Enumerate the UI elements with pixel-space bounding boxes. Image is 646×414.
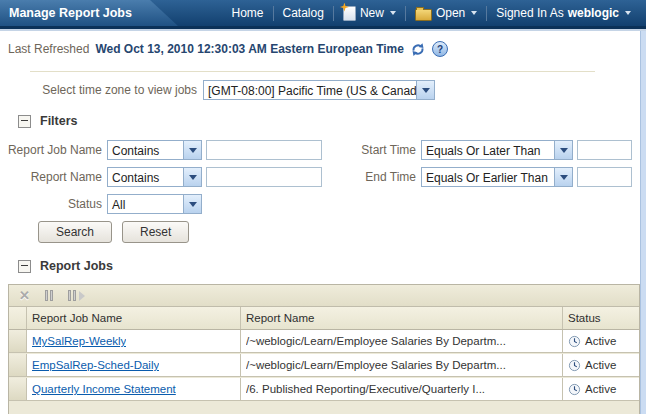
selector-column-header bbox=[9, 307, 27, 329]
column-header-report-name[interactable]: Report Name bbox=[241, 307, 563, 329]
report-name-cell: /6. Published Reporting/Executive/Quarte… bbox=[246, 383, 485, 395]
report-jobs-section-header: Report Jobs bbox=[18, 259, 646, 273]
end-time-label: End Time bbox=[324, 170, 416, 184]
status-value: All bbox=[108, 195, 183, 213]
nav-catalog-label: Catalog bbox=[283, 6, 324, 20]
operator-value: Equals Or Later Than bbox=[422, 141, 554, 159]
status-badge: Active bbox=[585, 359, 616, 371]
sparkle-icon bbox=[340, 3, 349, 12]
clock-icon bbox=[568, 383, 581, 396]
pause-icon[interactable] bbox=[45, 290, 53, 301]
topbar-edge-light bbox=[0, 29, 646, 31]
row-selector[interactable] bbox=[9, 354, 27, 376]
signed-in-as-label: Signed In As bbox=[496, 6, 563, 20]
status-select[interactable]: All bbox=[107, 194, 202, 214]
filters-form: Report Job Name Contains Start Time Equa… bbox=[0, 140, 646, 214]
table-header-row: Report Job Name Report Name Status bbox=[9, 307, 639, 330]
nav-catalog[interactable]: Catalog bbox=[274, 6, 333, 20]
status-label: Status bbox=[0, 197, 102, 211]
timezone-row: Select time zone to view jobs [GMT-08:00… bbox=[0, 80, 646, 100]
report-name-input[interactable] bbox=[206, 167, 322, 187]
operator-value: Contains bbox=[108, 141, 183, 159]
nav-new-menu[interactable]: New bbox=[334, 6, 405, 21]
filters-title: Filters bbox=[40, 114, 78, 128]
chevron-down-icon[interactable] bbox=[416, 81, 434, 99]
table-footer-strip bbox=[9, 402, 639, 414]
nav-open-menu[interactable]: Open bbox=[406, 6, 486, 21]
table-row: EmpSalRep-Sched-Daily /~weblogic/Learn/E… bbox=[9, 354, 639, 377]
report-job-link[interactable]: Quarterly Income Statement bbox=[32, 383, 176, 395]
nav-new-label: New bbox=[360, 6, 384, 20]
table-row: Quarterly Income Statement /6. Published… bbox=[9, 378, 639, 401]
start-time-operator-select[interactable]: Equals Or Later Than bbox=[421, 140, 573, 160]
last-refreshed-label: Last Refreshed bbox=[8, 42, 89, 56]
report-job-name-operator-select[interactable]: Contains bbox=[107, 140, 202, 160]
report-jobs-title: Report Jobs bbox=[40, 259, 113, 273]
filter-row-2: Report Name Contains End Time Equals Or … bbox=[0, 167, 646, 187]
report-name-operator-select[interactable]: Contains bbox=[107, 167, 202, 187]
timezone-selected-value: [GMT-08:00] Pacific Time (US & Canada) bbox=[204, 81, 416, 99]
report-name-label: Report Name bbox=[0, 170, 102, 184]
timezone-select[interactable]: [GMT-08:00] Pacific Time (US & Canada) bbox=[203, 80, 435, 100]
nav-open-label: Open bbox=[436, 6, 465, 20]
open-folder-icon bbox=[415, 9, 432, 21]
resume-icon[interactable] bbox=[68, 290, 85, 301]
collapse-minus-icon[interactable] bbox=[18, 260, 31, 273]
new-document-icon bbox=[343, 6, 356, 21]
row-selector[interactable] bbox=[9, 330, 27, 352]
operator-value: Contains bbox=[108, 168, 183, 186]
status-badge: Active bbox=[585, 335, 616, 347]
page-tab: Manage Report Jobs bbox=[0, 0, 178, 26]
page-title: Manage Report Jobs bbox=[9, 6, 132, 20]
vertical-scrollbar[interactable] bbox=[640, 31, 646, 414]
global-nav: Home Catalog New Open Signed In As weblo… bbox=[223, 0, 646, 26]
collapse-minus-icon[interactable] bbox=[18, 115, 31, 128]
delete-x-icon[interactable]: ✕ bbox=[19, 289, 30, 302]
operator-value: Equals Or Earlier Than bbox=[422, 168, 554, 186]
reset-button[interactable]: Reset bbox=[122, 221, 189, 243]
report-name-cell: /~weblogic/Learn/Employee Salaries By De… bbox=[246, 359, 506, 371]
signed-in-username: weblogic bbox=[568, 6, 619, 20]
report-name-cell: /~weblogic/Learn/Employee Salaries By De… bbox=[246, 335, 506, 347]
signed-in-menu[interactable]: Signed In As weblogic bbox=[487, 6, 640, 20]
filter-row-1: Report Job Name Contains Start Time Equa… bbox=[0, 140, 646, 160]
status-badge: Active bbox=[585, 383, 616, 395]
nav-home[interactable]: Home bbox=[223, 6, 273, 20]
end-time-operator-select[interactable]: Equals Or Earlier Than bbox=[421, 167, 573, 187]
report-jobs-table: ✕ Report Job Name Report Name Status MyS… bbox=[8, 284, 640, 414]
start-time-label: Start Time bbox=[324, 143, 416, 157]
table-toolbar: ✕ bbox=[9, 285, 639, 307]
table-row: MySalRep-Weekly /~weblogic/Learn/Employe… bbox=[9, 330, 639, 353]
chevron-down-icon bbox=[625, 11, 631, 15]
chevron-down-icon[interactable] bbox=[183, 195, 201, 213]
column-header-status[interactable]: Status bbox=[563, 307, 639, 329]
chevron-down-icon[interactable] bbox=[183, 141, 201, 159]
top-navigation-bar: Manage Report Jobs Home Catalog New Open… bbox=[0, 0, 646, 26]
chevron-down-icon[interactable] bbox=[183, 168, 201, 186]
report-job-name-input[interactable] bbox=[206, 140, 322, 160]
start-time-input[interactable] bbox=[577, 140, 632, 160]
end-time-input[interactable] bbox=[577, 167, 632, 187]
search-button[interactable]: Search bbox=[38, 221, 112, 243]
chevron-down-icon[interactable] bbox=[554, 168, 572, 186]
chevron-down-icon bbox=[390, 11, 396, 15]
refresh-icon[interactable] bbox=[410, 42, 426, 57]
filters-section-header: Filters bbox=[18, 114, 646, 128]
filter-buttons: Search Reset bbox=[38, 221, 646, 243]
chevron-down-icon bbox=[471, 11, 477, 15]
filter-row-3: Status All bbox=[0, 194, 646, 214]
panel-top-rule bbox=[30, 71, 595, 72]
last-refreshed-bar: Last Refreshed Wed Oct 13, 2010 12:30:03… bbox=[8, 41, 646, 57]
timezone-label: Select time zone to view jobs bbox=[0, 83, 197, 97]
report-job-link[interactable]: MySalRep-Weekly bbox=[32, 335, 126, 347]
clock-icon bbox=[568, 335, 581, 348]
help-icon[interactable]: ? bbox=[432, 41, 448, 57]
last-refreshed-value: Wed Oct 13, 2010 12:30:03 AM Eastern Eur… bbox=[95, 42, 404, 56]
clock-icon bbox=[568, 359, 581, 372]
chevron-down-icon[interactable] bbox=[554, 141, 572, 159]
row-selector[interactable] bbox=[9, 378, 27, 400]
nav-home-label: Home bbox=[232, 6, 264, 20]
column-header-report-job-name[interactable]: Report Job Name bbox=[27, 307, 241, 329]
report-job-link[interactable]: EmpSalRep-Sched-Daily bbox=[32, 359, 159, 371]
report-job-name-label: Report Job Name bbox=[0, 143, 102, 157]
